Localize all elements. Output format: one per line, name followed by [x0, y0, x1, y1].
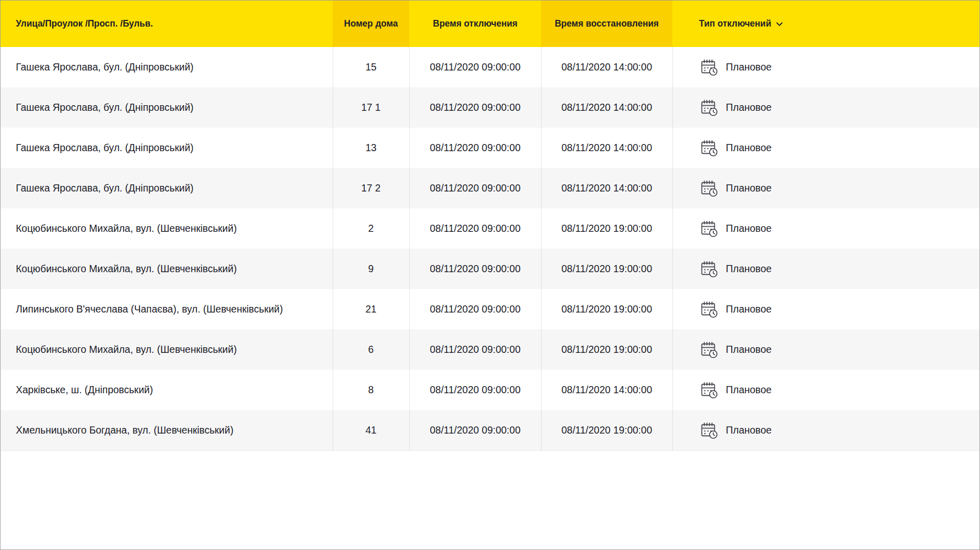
cell-outage-type: Плановое — [672, 329, 980, 370]
table-row: Гашека Ярослава, бул. (Дніпровський) 17 … — [1, 87, 980, 128]
outage-type-content: Плановое — [699, 98, 980, 117]
cell-outage-type: Плановое — [672, 249, 980, 289]
cell-outage-type: Плановое — [672, 47, 980, 87]
table-body: Гашека Ярослава, бул. (Дніпровський) 15 … — [1, 47, 980, 451]
column-header-outage-type-label: Тип отключений — [699, 18, 771, 29]
outage-type-label: Плановое — [726, 384, 772, 396]
cell-outage-time: 08/11/2020 09:00:00 — [409, 370, 541, 410]
cell-outage-type: Плановое — [672, 289, 980, 329]
cell-street: Гашека Ярослава, бул. (Дніпровський) — [1, 128, 333, 168]
outage-type-label: Плановое — [726, 182, 772, 194]
column-header-restore-time: Время восстановления — [541, 1, 672, 47]
calendar-clock-icon — [699, 179, 718, 198]
cell-street: Коцюбинського Михайла, вул. (Шевченківсь… — [1, 329, 333, 370]
cell-outage-type: Плановое — [672, 370, 980, 410]
cell-outage-time: 08/11/2020 09:00:00 — [409, 249, 541, 289]
table-row: Липинського В'ячеслава (Чапаєва), вул. (… — [1, 289, 980, 329]
cell-street: Гашека Ярослава, бул. (Дніпровський) — [1, 47, 333, 87]
outage-type-content: Плановое — [699, 138, 980, 157]
cell-outage-time: 08/11/2020 09:00:00 — [409, 168, 541, 208]
cell-outage-type: Плановое — [672, 168, 980, 208]
cell-restore-time: 08/11/2020 19:00:00 — [541, 289, 672, 329]
cell-outage-time: 08/11/2020 09:00:00 — [409, 329, 541, 370]
outage-type-label: Плановое — [726, 344, 772, 355]
table-row: Коцюбинського Михайла, вул. (Шевченківсь… — [1, 329, 980, 370]
outage-type-label: Плановое — [726, 142, 772, 154]
outage-type-content: Плановое — [699, 58, 980, 77]
calendar-clock-icon — [699, 259, 718, 278]
table-row: Коцюбинського Михайла, вул. (Шевченківсь… — [1, 249, 980, 289]
cell-outage-time: 08/11/2020 09:00:00 — [409, 87, 541, 128]
cell-street: Гашека Ярослава, бул. (Дніпровський) — [1, 87, 333, 128]
calendar-clock-icon — [699, 380, 718, 399]
cell-restore-time: 08/11/2020 19:00:00 — [541, 329, 672, 370]
column-header-street: Улица/Проулок /Просп. /Бульв. — [1, 1, 333, 47]
outage-type-label: Плановое — [726, 61, 772, 73]
cell-outage-type: Плановое — [672, 208, 980, 249]
table-row: Гашека Ярослава, бул. (Дніпровський) 15 … — [1, 47, 980, 87]
cell-restore-time: 08/11/2020 14:00:00 — [541, 47, 672, 87]
cell-street: Гашека Ярослава, бул. (Дніпровський) — [1, 168, 333, 208]
cell-outage-time: 08/11/2020 09:00:00 — [409, 47, 541, 87]
outage-type-content: Плановое — [699, 380, 980, 399]
cell-outage-time: 08/11/2020 09:00:00 — [409, 208, 541, 249]
column-header-house-number: Номер дома — [333, 1, 409, 47]
cell-restore-time: 08/11/2020 19:00:00 — [541, 410, 672, 451]
cell-outage-type: Плановое — [672, 410, 980, 451]
table-row: Харківське, ш. (Дніпровський) 8 08/11/20… — [1, 370, 980, 410]
table-row: Гашека Ярослава, бул. (Дніпровський) 13 … — [1, 128, 980, 168]
column-header-house-number-label: Номер дома — [344, 18, 398, 29]
cell-street: Коцюбинського Михайла, вул. (Шевченківсь… — [1, 208, 333, 249]
cell-street: Хмельницького Богдана, вул. (Шевченківсь… — [1, 410, 333, 451]
outage-type-content: Плановое — [699, 340, 980, 359]
calendar-clock-icon — [699, 300, 718, 319]
cell-house-number: 8 — [333, 370, 409, 410]
table-row: Хмельницького Богдана, вул. (Шевченківсь… — [1, 410, 980, 451]
cell-house-number: 2 — [333, 208, 409, 249]
cell-outage-type: Плановое — [672, 87, 980, 128]
cell-house-number: 13 — [333, 128, 409, 168]
outage-table: Улица/Проулок /Просп. /Бульв. Номер дома… — [1, 1, 980, 451]
cell-restore-time: 08/11/2020 14:00:00 — [541, 128, 672, 168]
outage-type-label: Плановое — [726, 424, 772, 436]
cell-restore-time: 08/11/2020 14:00:00 — [541, 370, 672, 410]
column-header-outage-time-label: Время отключения — [433, 18, 517, 29]
cell-house-number: 9 — [333, 249, 409, 289]
cell-outage-type: Плановое — [672, 128, 980, 168]
column-header-restore-time-label: Время восстановления — [555, 18, 659, 29]
cell-outage-time: 08/11/2020 09:00:00 — [409, 128, 541, 168]
outage-type-content: Плановое — [699, 300, 980, 319]
chevron-down-icon — [776, 18, 783, 29]
calendar-clock-icon — [699, 421, 718, 440]
cell-restore-time: 08/11/2020 19:00:00 — [541, 208, 672, 249]
outage-type-content: Плановое — [699, 219, 980, 238]
cell-house-number: 41 — [333, 410, 409, 451]
outage-type-label: Плановое — [726, 303, 772, 315]
outage-type-content: Плановое — [699, 179, 980, 198]
header-row: Улица/Проулок /Просп. /Бульв. Номер дома… — [1, 1, 980, 47]
calendar-clock-icon — [699, 138, 718, 157]
cell-restore-time: 08/11/2020 14:00:00 — [541, 87, 672, 128]
cell-house-number: 17 1 — [333, 87, 409, 128]
outage-type-label: Плановое — [726, 223, 772, 234]
cell-house-number: 6 — [333, 329, 409, 370]
cell-street: Харківське, ш. (Дніпровський) — [1, 370, 333, 410]
outage-type-label: Плановое — [726, 263, 772, 275]
table-header: Улица/Проулок /Просп. /Бульв. Номер дома… — [1, 1, 980, 47]
cell-house-number: 21 — [333, 289, 409, 329]
calendar-clock-icon — [699, 340, 718, 359]
column-header-street-label: Улица/Проулок /Просп. /Бульв. — [16, 18, 153, 29]
outage-type-label: Плановое — [726, 102, 772, 113]
calendar-clock-icon — [699, 98, 718, 117]
calendar-clock-icon — [699, 219, 718, 238]
cell-outage-time: 08/11/2020 09:00:00 — [409, 289, 541, 329]
cell-house-number: 17 2 — [333, 168, 409, 208]
cell-house-number: 15 — [333, 47, 409, 87]
column-header-outage-time: Время отключения — [409, 1, 541, 47]
cell-restore-time: 08/11/2020 19:00:00 — [541, 249, 672, 289]
outage-type-content: Плановое — [699, 259, 980, 278]
table-row: Коцюбинського Михайла, вул. (Шевченківсь… — [1, 208, 980, 249]
cell-street: Коцюбинського Михайла, вул. (Шевченківсь… — [1, 249, 333, 289]
column-header-outage-type[interactable]: Тип отключений — [672, 1, 980, 47]
outage-type-content: Плановое — [699, 421, 980, 440]
